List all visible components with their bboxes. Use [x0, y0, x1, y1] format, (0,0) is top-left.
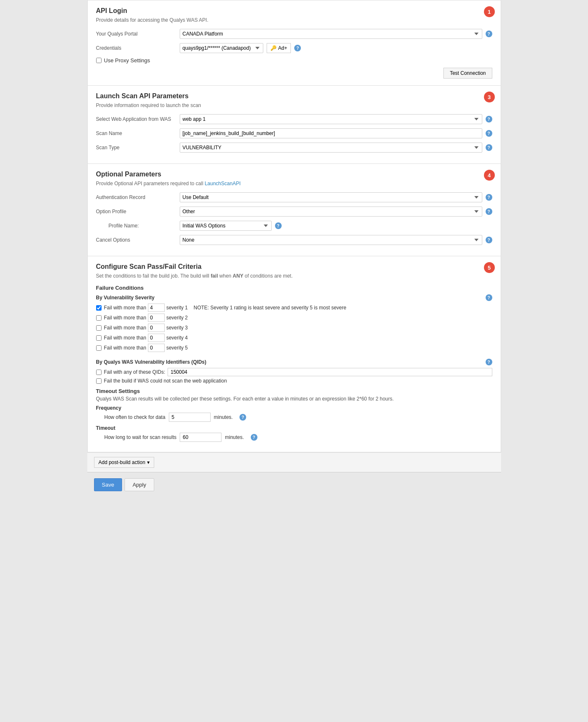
scan-type-select[interactable]: VULNERABILITY [180, 143, 482, 153]
check-data-row: How often to check for data minutes. ? [104, 413, 492, 422]
option-profile-row: Option Profile Other ? [96, 207, 492, 217]
scan-fail-row: Fail the build if WAS could not scan the… [96, 378, 492, 384]
frequency-group: Frequency How often to check for data mi… [96, 405, 492, 422]
scan-fail-checkbox[interactable] [96, 378, 102, 384]
severity-1-label: severity 1 [166, 305, 188, 311]
severity-5-input[interactable] [148, 344, 165, 352]
add-credentials-label: Ad+ [278, 45, 288, 51]
severity-1-checkbox[interactable] [96, 305, 102, 311]
portal-help-icon[interactable]: ? [486, 31, 492, 37]
portal-select[interactable]: CANADA Platform [180, 29, 482, 39]
fail-with-label-3: Fail with more than [104, 325, 146, 331]
portal-label: Your Qualys Portal [96, 31, 180, 37]
proxy-label: Use Proxy Settings [104, 57, 150, 64]
severity-1-input[interactable] [148, 304, 165, 312]
add-post-build-button[interactable]: Add post-build action ▾ [94, 457, 154, 468]
by-qid-label: By Qualys WAS Vulnerability Identifiers … [96, 359, 206, 365]
cancel-options-select[interactable]: None [180, 235, 482, 245]
web-app-label: Select Web Application from WAS [96, 116, 180, 122]
severity-row-3: Fail with more than severity 3 [96, 324, 492, 332]
add-credentials-button[interactable]: 🔑 Ad+ [267, 43, 291, 53]
test-connection-label: Test Connection [450, 70, 486, 76]
optional-params-subtitle-text: Provide Optional API parameters required… [96, 181, 204, 186]
credentials-row: Credentials quays9pg1/****** (Canadapod)… [96, 43, 492, 53]
launch-scan-api-link[interactable]: LaunchScanAPI [205, 181, 241, 186]
qid-help-icon[interactable]: ? [486, 359, 492, 365]
auth-record-row: Authentication Record Use Default ? [96, 192, 492, 202]
wait-input[interactable] [180, 433, 221, 442]
severity-2-checkbox[interactable] [96, 315, 102, 321]
severity-4-checkbox[interactable] [96, 335, 102, 341]
profile-name-help-icon[interactable]: ? [275, 222, 282, 229]
add-credentials-icon: 🔑 [270, 45, 277, 51]
wait-help-icon[interactable]: ? [251, 434, 257, 441]
profile-name-row: Profile Name: Initial WAS Options ? [96, 221, 492, 231]
severity-3-checkbox[interactable] [96, 325, 102, 331]
apply-button[interactable]: Apply [125, 478, 154, 491]
check-data-help-icon[interactable]: ? [239, 414, 246, 421]
credentials-select[interactable]: quays9pg1/****** (Canadapod) [180, 43, 263, 53]
severity-3-label: severity 3 [166, 325, 188, 331]
apply-label: Apply [132, 482, 146, 488]
cancel-options-help-icon[interactable]: ? [486, 237, 492, 243]
severity-5-checkbox[interactable] [96, 345, 102, 351]
launch-scan-subtitle: Provide information required to launch t… [96, 102, 492, 108]
web-app-row: Select Web Application from WAS web app … [96, 114, 492, 124]
section-number-5: 5 [484, 262, 495, 273]
optional-params-subtitle: Provide Optional API parameters required… [96, 181, 492, 186]
auth-record-select[interactable]: Use Default [180, 192, 482, 202]
scan-type-help-icon[interactable]: ? [486, 144, 492, 151]
severity-row-5: Fail with more than severity 5 [96, 344, 492, 352]
qid-input[interactable] [168, 368, 492, 376]
section-number-4: 4 [484, 170, 495, 181]
by-qid-title: By Qualys WAS Vulnerability Identifiers … [96, 359, 492, 365]
fail-with-label-4: Fail with more than [104, 335, 146, 341]
qid-checkbox[interactable] [96, 370, 102, 375]
portal-row: Your Qualys Portal CANADA Platform ? [96, 29, 492, 39]
credentials-controls: quays9pg1/****** (Canadapod) 🔑 Ad+ [180, 43, 291, 53]
credentials-help-icon[interactable]: ? [294, 45, 301, 51]
footer-actions: Save Apply [87, 472, 501, 497]
timeout-desc: Qualys WAS Scan results will be collecte… [96, 396, 492, 402]
scan-fail-label: Fail the build if WAS could not scan the… [104, 378, 227, 384]
section-number-3: 3 [484, 92, 495, 102]
failure-conditions-heading: Failure Conditions [96, 285, 492, 291]
check-data-input[interactable] [169, 413, 211, 422]
web-app-help-icon[interactable]: ? [486, 116, 492, 122]
optional-params-section: Optional Parameters Provide Optional API… [87, 164, 501, 256]
proxy-checkbox[interactable] [96, 58, 102, 63]
scan-name-label: Scan Name [96, 130, 180, 136]
bottom-section: Add post-build action ▾ [87, 452, 501, 472]
option-profile-help-icon[interactable]: ? [486, 208, 492, 215]
option-profile-label: Option Profile [96, 209, 180, 214]
frequency-label: Frequency [96, 405, 492, 411]
proxy-row: Use Proxy Settings [96, 57, 492, 64]
api-login-title: API Login [96, 7, 492, 15]
save-button[interactable]: Save [94, 478, 122, 491]
qid-row: Fail with any of these QIDs: [96, 368, 492, 376]
scan-name-input[interactable] [180, 128, 482, 138]
severity-4-input[interactable] [148, 334, 165, 342]
severity-help-icon[interactable]: ? [486, 294, 492, 301]
severity-note: NOTE: Severity 1 rating is least severe … [193, 305, 346, 311]
severity-2-label: severity 2 [166, 315, 188, 321]
add-post-build-label: Add post-build action [99, 459, 145, 465]
scan-name-help-icon[interactable]: ? [486, 130, 492, 137]
severity-3-input[interactable] [148, 324, 165, 332]
by-severity-label: By Vulnerability Severity [96, 295, 155, 301]
option-profile-select[interactable]: Other [180, 207, 482, 217]
profile-name-select[interactable]: Initial WAS Options [180, 221, 272, 231]
auth-record-help-icon[interactable]: ? [486, 194, 492, 201]
api-login-section: API Login Provide details for accessing … [87, 0, 501, 86]
qid-section: By Qualys WAS Vulnerability Identifiers … [96, 359, 492, 384]
wait-label: How long to wait for scan results [104, 434, 177, 440]
scan-name-row: Scan Name ? [96, 128, 492, 138]
check-data-unit: minutes. [214, 414, 233, 420]
severity-2-input[interactable] [148, 314, 165, 322]
pass-fail-title: Configure Scan Pass/Fail Criteria [96, 263, 492, 270]
pass-fail-subtitle: Set the conditions to fail the build job… [96, 273, 492, 279]
web-app-select[interactable]: web app 1 [180, 114, 482, 124]
test-connection-button[interactable]: Test Connection [443, 68, 492, 79]
launch-scan-title: Launch Scan API Parameters [96, 92, 492, 100]
severity-5-label: severity 5 [166, 345, 188, 351]
